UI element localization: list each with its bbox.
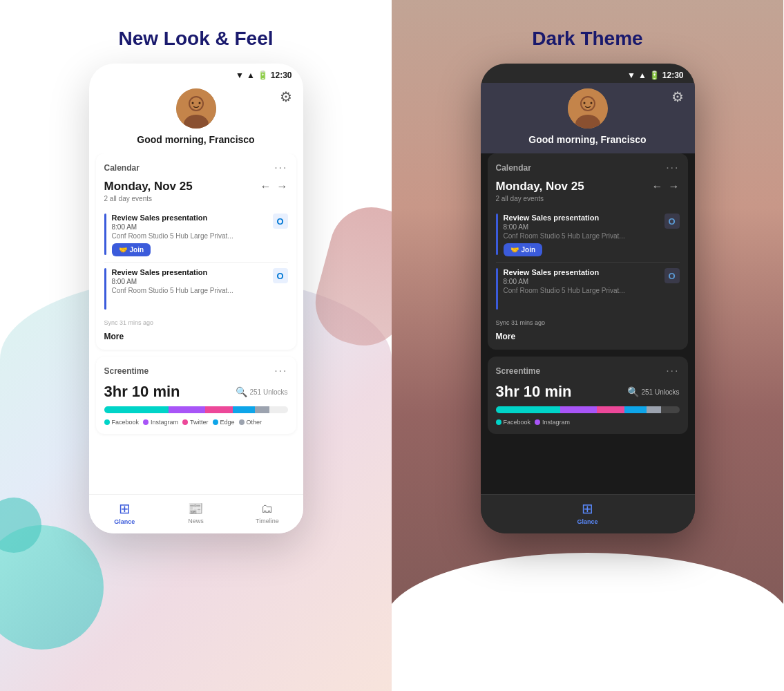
pb-other-dark <box>647 406 661 413</box>
progress-bar-dark <box>496 406 680 413</box>
svg-point-3 <box>190 97 202 110</box>
legend-light: Facebook Instagram Twitter Edge <box>104 419 288 426</box>
event-item-2-light: Review Sales presentation 8:00 AM Conf R… <box>104 263 288 315</box>
progress-bar-light <box>104 406 288 413</box>
nav-timeline-light[interactable]: 🗂 Timeline <box>247 502 288 524</box>
calendar-title-light: Calendar <box>104 163 140 173</box>
time-light: 12:30 <box>271 70 292 80</box>
pb-twitter-light <box>205 406 233 413</box>
news-label-light: News <box>188 518 204 524</box>
nav-glance-dark[interactable]: ⊞ Glance <box>567 500 609 525</box>
screentime-duration-light: 3hr 10 min <box>104 383 180 401</box>
outlook-icon-1-light: O <box>273 214 288 229</box>
calendar-menu-light[interactable]: ··· <box>274 162 287 174</box>
pb-instagram-dark <box>560 406 597 413</box>
event-loc-2-light: Conf Room Studio 5 Hub Large Privat... <box>112 287 267 294</box>
legend-twitter-light: Twitter <box>182 419 209 426</box>
glance-label-dark: Glance <box>577 518 597 525</box>
greeting-dark: Good morning, Francisco <box>528 134 646 145</box>
news-icon-light: 📰 <box>188 501 203 516</box>
screentime-card-light: Screentime ··· 3hr 10 min 🔍 251 Unlocks <box>96 357 296 434</box>
cal-prev-dark[interactable]: ← <box>652 180 663 193</box>
svg-point-9 <box>582 97 594 110</box>
cal-sub-dark: 2 all day events <box>496 195 680 202</box>
calendar-card-header-dark: Calendar ··· <box>496 162 680 174</box>
settings-icon-dark[interactable]: ⚙ <box>671 88 684 105</box>
phone-body-light[interactable]: Calendar ··· Monday, Nov 25 ← → 2 all da… <box>89 153 303 494</box>
event-title-2-dark: Review Sales presentation <box>504 268 659 276</box>
status-bar-light: ▼ ▲ 🔋 12:30 <box>89 64 303 83</box>
event-bar-1-light <box>104 214 106 255</box>
glance-icon-dark: ⊞ <box>582 500 593 517</box>
unlocks-text-light: 🔍 251 Unlocks <box>236 386 287 397</box>
event-title-1-dark: Review Sales presentation <box>504 214 659 222</box>
sync-text-dark: Sync 31 mins ago <box>496 319 680 326</box>
unlocks-row-dark: 3hr 10 min 🔍 251 Unlocks <box>496 383 680 401</box>
event-item-1-dark: Review Sales presentation 8:00 AM Conf R… <box>496 208 680 263</box>
pb-other-light <box>255 406 269 413</box>
calendar-card-light: Calendar ··· Monday, Nov 25 ← → 2 all da… <box>96 153 296 350</box>
unlocks-row-light: 3hr 10 min 🔍 251 Unlocks <box>104 383 288 401</box>
battery-icon-light: 🔋 <box>258 70 268 80</box>
pb-facebook-dark <box>496 406 560 413</box>
screentime-menu-light[interactable]: ··· <box>274 365 287 377</box>
more-text-light[interactable]: More <box>104 329 288 341</box>
join-icon-light: 🤝 <box>119 246 127 254</box>
legend-edge-light: Edge <box>213 419 235 426</box>
calendar-menu-dark[interactable]: ··· <box>666 162 679 174</box>
screentime-title-light: Screentime <box>104 366 149 376</box>
event-item-1-light: Review Sales presentation 8:00 AM Conf R… <box>104 208 288 263</box>
screentime-duration-dark: 3hr 10 min <box>496 383 572 401</box>
legend-dark: Facebook Instagram <box>496 419 680 426</box>
cal-date-row-light: Monday, Nov 25 ← → <box>104 180 288 193</box>
join-button-light[interactable]: 🤝 Join <box>112 243 151 256</box>
join-button-dark[interactable]: 🤝 Join <box>504 243 543 256</box>
legend-instagram-dark: Instagram <box>535 419 570 426</box>
nav-glance-light[interactable]: ⊞ Glance <box>104 500 145 525</box>
cal-sub-light: 2 all day events <box>104 195 288 202</box>
avatar-dark <box>568 88 608 129</box>
event-time-2-dark: 8:00 AM <box>504 278 659 285</box>
event-bar-2-light <box>104 268 106 310</box>
event-loc-1-light: Conf Room Studio 5 Hub Large Privat... <box>112 232 267 240</box>
cal-prev-light[interactable]: ← <box>260 180 271 193</box>
event-time-1-dark: 8:00 AM <box>504 223 659 231</box>
screentime-title-dark: Screentime <box>496 366 541 376</box>
cal-nav-dark: ← → <box>652 180 680 193</box>
event-time-1-light: 8:00 AM <box>112 223 267 231</box>
pb-edge-light <box>233 406 255 413</box>
calendar-card-header-light: Calendar ··· <box>104 162 288 174</box>
screentime-card-dark: Screentime ··· 3hr 10 min 🔍 251 Unlocks <box>488 357 688 434</box>
cal-date-dark: Monday, Nov 25 <box>496 180 584 193</box>
phone-header-light: ⚙ Good morning, Francisco <box>89 83 303 153</box>
svg-point-11 <box>590 102 592 104</box>
pb-edge-dark <box>624 406 647 413</box>
battery-icon-dark: 🔋 <box>649 70 660 80</box>
outlook-icon-2-dark: O <box>665 268 680 283</box>
event-time-2-light: 8:00 AM <box>112 278 267 285</box>
settings-icon-light[interactable]: ⚙ <box>280 88 292 105</box>
phone-body-dark[interactable]: Calendar ··· Monday, Nov 25 ← → 2 all da… <box>481 153 695 494</box>
cal-next-light[interactable]: → <box>277 180 288 193</box>
cal-nav-light: ← → <box>260 180 288 193</box>
cal-next-dark[interactable]: → <box>669 180 680 193</box>
event-title-2-light: Review Sales presentation <box>112 268 267 276</box>
svg-point-4 <box>191 102 193 104</box>
nav-news-light[interactable]: 📰 News <box>175 501 216 524</box>
phone-light: ▼ ▲ 🔋 12:30 ⚙ Good morning, Francisco <box>89 64 303 533</box>
event-content-2-dark: Review Sales presentation 8:00 AM Conf R… <box>504 268 659 297</box>
legend-instagram-light: Instagram <box>143 419 178 426</box>
fingerprint-icon-light: 🔍 <box>236 386 247 397</box>
event-bar-1-dark <box>496 214 498 255</box>
screentime-menu-dark[interactable]: ··· <box>666 365 679 377</box>
wifi-icon-dark: ▼ <box>627 70 635 80</box>
light-panel-title: New Look & Feel <box>118 28 273 50</box>
outlook-icon-1-dark: O <box>665 214 680 229</box>
more-text-dark[interactable]: More <box>496 329 680 341</box>
screentime-card-header-dark: Screentime ··· <box>496 365 680 377</box>
phone-header-dark: ⚙ Good morning, Francisco <box>481 83 695 153</box>
wifi-icon-light: ▼ <box>236 70 244 80</box>
timeline-icon-light: 🗂 <box>261 502 274 516</box>
light-panel: New Look & Feel ▼ ▲ 🔋 12:30 ⚙ <box>0 0 392 691</box>
bottom-nav-dark: ⊞ Glance <box>481 494 695 533</box>
